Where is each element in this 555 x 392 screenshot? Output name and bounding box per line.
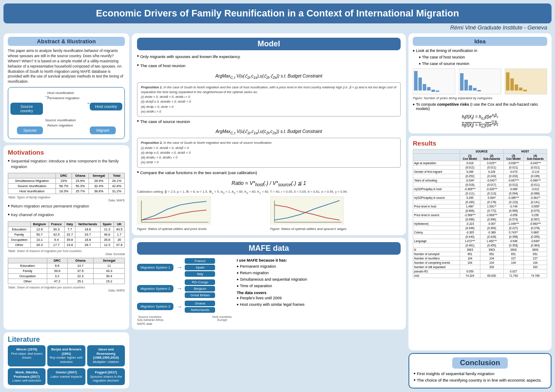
lit-item-3: Jasso and Rosenzweig (1986,1995,2010) Mu… bbox=[87, 345, 125, 366]
svg-rect-15 bbox=[473, 88, 477, 91]
table-row: (0.252)(0.243)(0.202)(0.199) bbox=[413, 174, 547, 178]
conclusion-bullet1: • First insights of sequential family mi… bbox=[414, 371, 546, 376]
mafe-system-1: Migration System 1 bbox=[137, 264, 173, 271]
motivations-section: Motivations • Sequential migration: intr… bbox=[3, 145, 129, 330]
table-row: Other26.317.719.828.712.337.8 bbox=[8, 242, 125, 247]
results-section: Results SOURCE HOST (1)Cox Model (2)Sub-… bbox=[408, 136, 552, 350]
mafe-system-2: Migration System 2 bbox=[137, 285, 173, 292]
poster: Economic Drivers of Family Reunification… bbox=[0, 0, 555, 392]
dest-ghana: Ghana bbox=[185, 301, 215, 306]
table-row: Other47.225.115.2 bbox=[8, 279, 125, 284]
svg-rect-20 bbox=[519, 87, 522, 91]
ratio-formula: Ratio = V*host(.) / V*source(.) ≦ 1 bbox=[137, 180, 401, 187]
model-bullet2: • The case of host reunion bbox=[137, 63, 401, 71]
dest-spain: Spain bbox=[185, 265, 215, 270]
table-row: Host reunification 18.3%25.7%38.8%31.2% bbox=[8, 189, 125, 194]
svg-rect-21 bbox=[523, 90, 527, 91]
mafe-section: MAFE data Migration System 1 → France Sp… bbox=[132, 238, 406, 330]
table-row: (0.461)(0.450)(0.353)(0.364) bbox=[413, 243, 547, 247]
fig2-caption: Figure: Ratios of optimal utilities and … bbox=[270, 227, 401, 231]
results-title: Results bbox=[413, 139, 436, 147]
conclusion-title: Conclusion bbox=[452, 357, 508, 369]
hazard-formula1: hl(t|Xl) = ho,l(t)eXlβx bbox=[413, 113, 547, 120]
conclusion-section: Conclusion • First insights of sequentia… bbox=[408, 353, 552, 389]
table-row: Price level in source -2.566***-2.663***… bbox=[413, 213, 547, 217]
poster-title: Economic Drivers of Family Reunification… bbox=[3, 3, 552, 23]
lit-item-1: Mincer (1978) First steps: tied losers i… bbox=[8, 345, 46, 366]
dest-italy: Italy bbox=[185, 271, 215, 277]
table-row: Age at separation 0.0180.023**-0.030***-… bbox=[413, 161, 547, 165]
lit-item-2: Borjas and Bronars (1991) Roy model: hig… bbox=[47, 345, 85, 366]
histograms-container bbox=[413, 68, 547, 94]
dest-belgium: Belgium bbox=[185, 286, 215, 292]
model-section: Model • Only migrants with spouses and k… bbox=[132, 33, 406, 235]
model-bullet1: • Only migrants with spouses and known l… bbox=[137, 54, 401, 62]
svg-rect-9 bbox=[427, 87, 431, 91]
svg-rect-14 bbox=[469, 85, 472, 91]
migrant-box: Migrant bbox=[90, 126, 116, 134]
proposition-2: Proposition 2. In the case of South to N… bbox=[137, 138, 401, 167]
hazard-formula2: hl(t|Xl) = ho,l(t)eXlβx bbox=[413, 121, 547, 129]
chart-price-levels bbox=[137, 196, 211, 224]
host-reunif-label: Host reunification bbox=[47, 91, 74, 95]
table-row: (0.806)(0.772)(0.565)(0.575) bbox=[413, 208, 547, 213]
formula-source: ArgMaxC,τ V(u(c̃1t,c1s),u(c2t,c2s)) s.t.… bbox=[137, 129, 401, 135]
table-row: (0.998)(0.990)(0.573)(0.567) bbox=[413, 217, 547, 221]
table-row: Education12.930.37.718.811.340.5 bbox=[8, 227, 125, 232]
author-line: Rémi Viné Graduate Institute - Geneva bbox=[3, 24, 552, 31]
table-row: N 3903390339033903 bbox=[413, 247, 547, 252]
table-row: chi2 74.32460.63071.79374.789 bbox=[413, 273, 547, 278]
table2-caption: Table: Share of reasons of migration per… bbox=[8, 249, 125, 253]
idea-bullet1: Look at the timing of reunification in bbox=[416, 49, 477, 53]
table-row: Number of still separated 320320 bbox=[413, 265, 547, 269]
svg-rect-7 bbox=[418, 78, 422, 91]
left-column: Abstract & Illustration This paper aims … bbox=[3, 33, 129, 389]
chart-wages bbox=[270, 196, 344, 224]
perm-migr-label: Permanent migration bbox=[47, 96, 79, 100]
histogram-1 bbox=[413, 68, 455, 94]
table-row: ln(distance) -0.223-0.007-1.049***-0.963… bbox=[413, 221, 547, 226]
mafe-system-3: Migration System 3 bbox=[137, 303, 173, 310]
abstract-section: Abstract & Illustration This paper aims … bbox=[3, 33, 129, 143]
mafe-source-label: Source countries:Sub-Saharan Africa bbox=[137, 315, 163, 321]
lit-item-4: Monk, Nikolka, Poutvaara (2017) Lower se… bbox=[8, 368, 46, 385]
calibration-text: Calibration setting: p̄ = 2.5, p = 1, w̃… bbox=[137, 190, 401, 194]
table-row: Occupation10.19.439.818.826.820 bbox=[8, 237, 125, 242]
proposition-1: Proposition 1. In the case of South to N… bbox=[137, 82, 401, 117]
source-reunif-label: Source reunification bbox=[45, 118, 76, 122]
table-row: ln(GDP/capita) in source 0.2650.304*-0.3… bbox=[413, 195, 547, 200]
histogram-2 bbox=[459, 68, 501, 94]
svg-rect-12 bbox=[460, 73, 464, 91]
lit-item-6: Fogged (2017) Spouses shares in the migr… bbox=[87, 368, 125, 385]
table-row: Family39.637.943.3 bbox=[8, 268, 125, 273]
table-row: Number of surveyed 651651651651 bbox=[413, 252, 547, 256]
table-row: (0.018)(0.017)(0.012)(0.011) bbox=[413, 182, 547, 187]
mafe-data-label: MAFE data bbox=[137, 322, 152, 325]
mafe-title: MAFE data bbox=[137, 242, 401, 255]
model-figures: Figure: Ratios of optimal utilities and … bbox=[137, 196, 401, 231]
table-row: Source reunification 58.7%50.3%32.4%42.8… bbox=[8, 184, 125, 189]
svg-rect-6 bbox=[414, 71, 418, 91]
abstract-text: This paper aims to analyze family reunif… bbox=[8, 49, 125, 84]
svg-rect-13 bbox=[464, 80, 468, 91]
motiv-table3: DRCGhanaSenegal Education9.614.711 Famil… bbox=[8, 258, 125, 284]
formula-host: ArgMaxC,τ V(u(c̃1t,c1s),u(c̃2t,c̃2s)) s.… bbox=[137, 74, 401, 80]
table-row: (0.449)(0.300)(0.227)(0.278) bbox=[413, 226, 547, 230]
spouse-box: Spouse bbox=[17, 126, 43, 134]
svg-rect-0 bbox=[137, 196, 211, 224]
abstract-title: Abstract & Illustration bbox=[8, 37, 125, 46]
table-row: (0.183)(0.178)(0.122)(0.141) bbox=[413, 200, 547, 204]
svg-rect-19 bbox=[515, 84, 518, 91]
mafe-host-label: Host countries:Europe bbox=[212, 315, 232, 321]
dest-france: France bbox=[185, 258, 215, 264]
motiv-bullet1: • Sequential migration: introduce a time… bbox=[8, 159, 125, 171]
literature-title: Literature bbox=[8, 336, 40, 343]
table-row: Family50.742.532.733.749.61.7 bbox=[8, 232, 125, 237]
dest-greatbritain: Great Britain bbox=[185, 292, 215, 298]
results-table: SOURCE HOST (1)Cox Model (2)Sub-hazards … bbox=[413, 149, 547, 278]
migration-diagram: Source country Host country Spouse Migra… bbox=[8, 87, 125, 139]
fig1-caption: Figure: Ratios of optimal utilities and … bbox=[137, 227, 268, 231]
right-column: Idea • Look at the timing of reunificati… bbox=[408, 33, 552, 389]
table-row: Price level in host 1.490*1.591**-0.749-… bbox=[413, 204, 547, 208]
model-bullet4: • Compare the value functions in the two… bbox=[137, 170, 401, 178]
